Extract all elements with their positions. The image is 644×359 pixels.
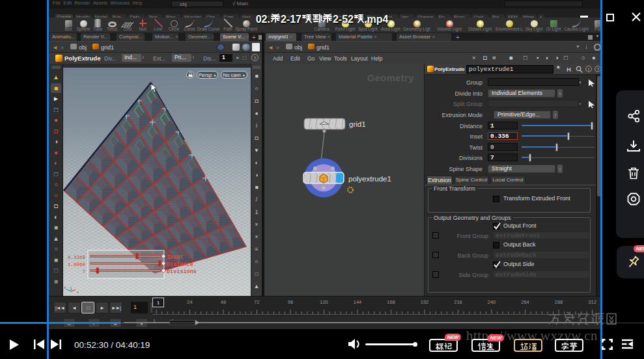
- svg-text:144: 144: [354, 299, 362, 305]
- svg-text:312: 312: [588, 299, 596, 305]
- svg-text:192: 192: [421, 299, 429, 305]
- svg-text:z: z: [64, 286, 66, 289]
- svg-text:1.0060: 1.0060: [68, 262, 86, 267]
- svg-text:168: 168: [387, 299, 395, 305]
- svg-text:Inset: Inset: [167, 254, 184, 261]
- svg-text:120: 120: [320, 299, 328, 305]
- svg-text:264: 264: [521, 299, 529, 305]
- svg-text:72: 72: [254, 299, 259, 305]
- svg-text:1: 1: [157, 300, 160, 306]
- svg-text:48: 48: [221, 299, 226, 305]
- svg-text:24: 24: [187, 299, 192, 305]
- svg-text:0.3368: 0.3368: [68, 255, 85, 260]
- svg-text:288: 288: [555, 299, 563, 305]
- svg-text:96: 96: [288, 299, 293, 305]
- svg-text:Divisions: Divisions: [167, 269, 197, 275]
- svg-text:240: 240: [488, 299, 496, 305]
- svg-text:polyextrude1: polyextrude1: [348, 175, 391, 183]
- svg-text:Distance: Distance: [167, 261, 193, 268]
- svg-text:7: 7: [82, 269, 85, 274]
- svg-text:x: x: [77, 290, 79, 294]
- svg-text:grid1: grid1: [349, 120, 366, 128]
- svg-text:216: 216: [454, 299, 462, 305]
